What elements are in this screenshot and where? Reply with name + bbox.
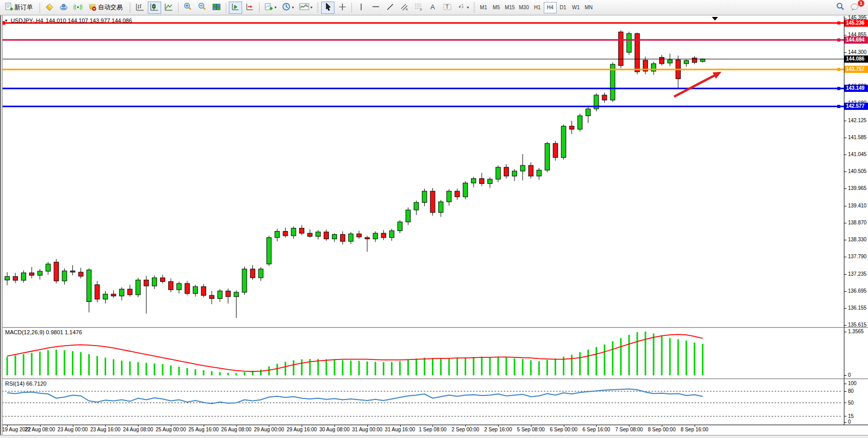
trendline-icon <box>386 3 394 13</box>
vertical-line-button[interactable] <box>354 2 368 14</box>
new-order-button[interactable]: 新订单 <box>3 2 37 14</box>
shapes-button[interactable]: ▾ <box>455 2 471 14</box>
indicators-button[interactable]: ▾ <box>262 2 279 14</box>
autotrading-button[interactable]: 自动交易 <box>86 2 127 14</box>
toolbar-grip[interactable] <box>474 3 475 13</box>
toolbar-grip[interactable] <box>317 3 319 13</box>
candlestick-chart-button[interactable] <box>148 2 161 14</box>
symbols-button[interactable] <box>43 2 56 14</box>
templates-button[interactable]: ▾ <box>297 2 314 14</box>
main-price-pane[interactable] <box>0 16 868 327</box>
cursor-icon <box>324 3 332 13</box>
line-handle[interactable] <box>837 87 840 90</box>
candle <box>161 278 165 281</box>
candle <box>95 284 100 299</box>
zoom-out-icon <box>198 2 207 13</box>
time-tick-label: 8 Sep 16:00 <box>675 427 714 432</box>
candle <box>553 143 558 158</box>
trendline-button[interactable] <box>383 2 397 14</box>
text-label-button[interactable]: T <box>441 2 454 14</box>
axis-tick-mark <box>844 308 846 309</box>
notifications-button[interactable]: 1 <box>848 2 861 14</box>
price-line-label: 143.149 <box>844 85 868 92</box>
symbol-dropdown-icon[interactable]: ▼ <box>4 18 8 23</box>
candle <box>692 58 697 63</box>
candle <box>283 232 288 236</box>
axis-tick-mark <box>844 403 846 403</box>
tf-M15[interactable]: M15 <box>503 2 517 13</box>
periods-button[interactable]: ▾ <box>280 2 296 14</box>
tf-M1[interactable]: M1 <box>477 2 490 13</box>
line-handle[interactable] <box>837 22 840 25</box>
price-tick-label: 139.965 <box>848 185 866 191</box>
tf-MN[interactable]: MN <box>582 2 595 13</box>
price-tick-label: 138.330 <box>848 237 866 242</box>
time-axis[interactable]: 19 Aug 202222 Aug 08:0023 Aug 00:0023 Au… <box>0 425 868 435</box>
chart-title: ▼ USDJPY-,H4 144.010 144.107 143.977 144… <box>4 17 132 24</box>
axis-tick-mark <box>844 325 846 326</box>
rsi-pane[interactable] <box>0 379 868 425</box>
svg-text:E: E <box>406 8 408 11</box>
candle <box>37 271 42 275</box>
candle <box>528 165 533 176</box>
text-icon: A <box>429 3 437 12</box>
axis-tick-mark <box>844 422 846 423</box>
text-button[interactable]: A <box>426 2 440 14</box>
line-handle[interactable] <box>837 105 840 108</box>
axis-tick-mark <box>844 52 846 53</box>
price-tick-label: 137.790 <box>848 254 866 259</box>
autotrading-icon <box>88 3 97 13</box>
fibonacci-button[interactable]: F <box>412 2 425 14</box>
chart-window: ▼ USDJPY-,H4 144.010 144.107 143.977 144… <box>0 15 868 438</box>
price-tick-label: 1.3565 <box>848 329 864 334</box>
dropdown-caret-icon: ▾ <box>467 5 469 10</box>
price-tick-label: 136.155 <box>848 305 866 311</box>
mql5-community-button[interactable] <box>57 2 70 14</box>
candle <box>561 126 566 158</box>
equidistant-channel-button[interactable]: E <box>398 2 411 14</box>
signals-button[interactable] <box>71 2 85 14</box>
auto-scroll-button[interactable] <box>229 2 242 14</box>
candle <box>512 171 517 176</box>
tf-H1[interactable]: H1 <box>531 2 544 13</box>
candle <box>308 233 312 236</box>
candle <box>578 116 582 129</box>
axis-tick-mark <box>844 172 846 172</box>
candle <box>430 191 435 213</box>
price-line-label: 144.694 <box>844 36 868 44</box>
candle <box>111 294 116 296</box>
crosshair-icon <box>338 3 347 13</box>
price-tick-label: 80 <box>848 388 854 394</box>
cursor-button[interactable] <box>321 2 334 14</box>
line-handle[interactable] <box>837 68 840 71</box>
zoom-in-button[interactable] <box>181 2 194 14</box>
tf-W1[interactable]: W1 <box>569 2 582 13</box>
line-chart-button[interactable] <box>162 2 175 14</box>
tile-windows-button[interactable] <box>210 2 223 14</box>
axis-tick-mark <box>844 375 846 376</box>
horizontal-line-button[interactable] <box>369 2 382 14</box>
axis-tick-mark <box>844 223 846 223</box>
notification-badge: 1 <box>858 0 864 7</box>
tf-M30[interactable]: M30 <box>517 2 531 13</box>
zoom-out-button[interactable] <box>195 2 209 14</box>
price-tick-label: 138.870 <box>848 220 866 225</box>
line-handle[interactable] <box>837 39 840 42</box>
chart-shift-button[interactable] <box>243 2 257 14</box>
search-button[interactable] <box>834 2 847 14</box>
tf-M5[interactable]: M5 <box>490 2 503 13</box>
macd-pane[interactable] <box>0 328 868 378</box>
bar-chart-button[interactable] <box>133 2 147 14</box>
shapes-icon <box>457 3 466 13</box>
toolbar-separator <box>40 3 40 13</box>
toolbar-grip[interactable] <box>129 3 131 13</box>
tf-D1[interactable]: D1 <box>557 2 569 13</box>
tf-H4[interactable]: H4 <box>544 2 557 13</box>
candle <box>619 32 623 65</box>
crosshair-button[interactable] <box>336 2 349 14</box>
toolbar-separator <box>259 3 260 13</box>
candle <box>70 271 75 272</box>
axis-tick-mark <box>844 35 846 35</box>
candle <box>447 191 451 202</box>
candle <box>46 264 50 271</box>
